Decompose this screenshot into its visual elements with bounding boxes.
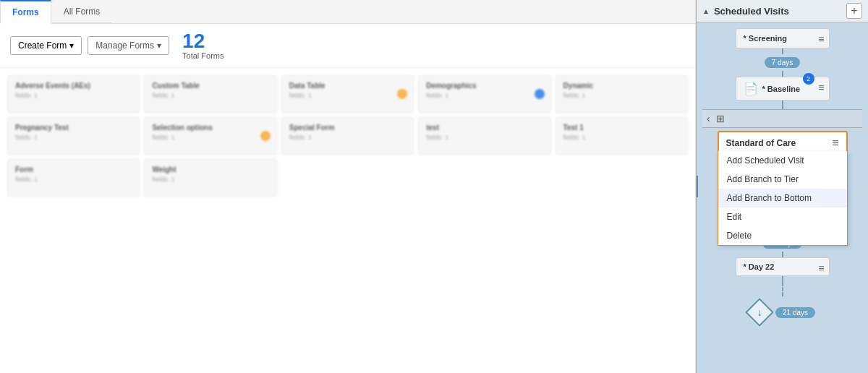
visits-tree: * Screening ≡ 7 days 📄 * Baseline 2 ≡ ‹ bbox=[702, 28, 862, 322]
list-item[interactable]: Demographics fields: 1 bbox=[418, 75, 550, 113]
diamond-node[interactable]: ↓ bbox=[745, 298, 774, 327]
add-scheduled-visit-item[interactable]: Add Scheduled Visit bbox=[718, 151, 847, 170]
list-item[interactable]: Weight fields: 1 bbox=[144, 159, 276, 197]
connector bbox=[782, 100, 783, 109]
document-icon: 📄 bbox=[744, 82, 758, 95]
add-branch-to-tier-item[interactable]: Add Branch to Tier bbox=[718, 170, 847, 189]
screening-menu-icon[interactable]: ≡ bbox=[818, 33, 824, 45]
screening-node[interactable]: * Screening ≡ bbox=[736, 28, 830, 48]
connector bbox=[782, 252, 783, 257]
list-item[interactable]: Custom Table fields: 1 bbox=[144, 75, 276, 113]
soc-menu-icon[interactable]: ≡ bbox=[832, 137, 838, 150]
visits-content: * Screening ≡ 7 days 📄 * Baseline 2 ≡ ‹ bbox=[697, 22, 868, 373]
list-item[interactable]: Form fields: 1 bbox=[7, 159, 140, 197]
left-panel: Forms All Forms Create Form ▾ Manage For… bbox=[0, 0, 696, 373]
manage-forms-button[interactable]: Manage Forms ▾ bbox=[88, 36, 169, 55]
tree-nav-bar: ‹ ⊞ bbox=[702, 109, 862, 128]
panel-title: Scheduled Visits bbox=[714, 6, 789, 17]
badge-count: 2 bbox=[803, 73, 814, 85]
nav-left-arrow[interactable]: ‹ bbox=[707, 113, 710, 124]
create-form-button[interactable]: Create Form ▾ bbox=[10, 36, 82, 55]
standard-of-care-container: Standard of Care ≡ Add Scheduled Visit A… bbox=[718, 131, 848, 155]
chevron-down-icon: ▾ bbox=[69, 40, 74, 51]
list-item[interactable]: Special Form fields: 1 bbox=[281, 117, 414, 155]
connector bbox=[782, 276, 783, 282]
diamond-container: ↓ 21 days bbox=[749, 302, 815, 322]
total-label: Total Forms bbox=[182, 51, 224, 60]
days-7-badge: 7 days bbox=[765, 57, 800, 68]
list-item[interactable]: Data Table fields: 1 bbox=[281, 75, 414, 113]
delete-item[interactable]: Delete bbox=[718, 226, 847, 245]
status-dot bbox=[260, 131, 271, 141]
list-item[interactable]: Pregnancy Test fields: 1 bbox=[7, 117, 140, 155]
status-dot bbox=[397, 89, 407, 99]
toolbar: Create Form ▾ Manage Forms ▾ 12 Total Fo… bbox=[0, 24, 695, 68]
collapse-triangle-icon[interactable]: ▲ bbox=[702, 7, 710, 15]
status-dot bbox=[535, 89, 545, 99]
days-21-bottom-badge: 21 days bbox=[775, 307, 815, 318]
baseline-node[interactable]: 📄 * Baseline 2 ≡ bbox=[736, 77, 830, 100]
list-item[interactable]: Test 1 fields: 1 bbox=[556, 117, 688, 155]
scheduled-visits-header: ▲ Scheduled Visits + bbox=[697, 0, 868, 22]
list-item[interactable]: test fields: 1 bbox=[418, 117, 550, 155]
chevron-down-icon: ▾ bbox=[157, 40, 161, 51]
connector bbox=[782, 48, 783, 54]
list-item[interactable]: Dynamic fields: 1 bbox=[556, 75, 688, 113]
tab-all-forms[interactable]: All Forms bbox=[51, 0, 113, 23]
plus-icon: + bbox=[851, 4, 857, 17]
total-count: 12 bbox=[182, 31, 224, 51]
day22-menu-icon[interactable]: ≡ bbox=[818, 262, 824, 274]
day22-node[interactable]: * Day 22 ≡ bbox=[736, 257, 830, 276]
total-forms-counter: 12 Total Forms bbox=[182, 31, 224, 60]
right-panel: › ▲ Scheduled Visits + * Screening ≡ 7 d… bbox=[696, 0, 868, 373]
tab-forms[interactable]: Forms bbox=[0, 0, 51, 24]
dashed-line bbox=[782, 282, 783, 296]
list-item[interactable]: Adverse Events (AEs) fields: 1 bbox=[7, 75, 140, 113]
baseline-menu-icon[interactable]: ≡ bbox=[818, 82, 824, 93]
connector bbox=[782, 71, 783, 77]
forms-grid: Adverse Events (AEs) fields: 1 Custom Ta… bbox=[0, 68, 695, 204]
soc-label: Standard of Care bbox=[726, 138, 796, 148]
sitemap-icon[interactable]: ⊞ bbox=[716, 113, 725, 124]
list-item[interactable]: Selection options fields: 1 bbox=[144, 117, 276, 155]
soc-dropdown-menu: Add Scheduled Visit Add Branch to Tier A… bbox=[718, 151, 848, 246]
edit-item[interactable]: Edit bbox=[718, 207, 847, 226]
add-branch-to-bottom-item[interactable]: Add Branch to Bottom bbox=[718, 189, 847, 207]
arrow-down-icon: ↓ bbox=[757, 306, 762, 318]
add-visit-button[interactable]: + bbox=[846, 3, 862, 19]
expand-panel-arrow[interactable]: › bbox=[696, 176, 698, 197]
tabs-bar: Forms All Forms bbox=[0, 0, 695, 24]
